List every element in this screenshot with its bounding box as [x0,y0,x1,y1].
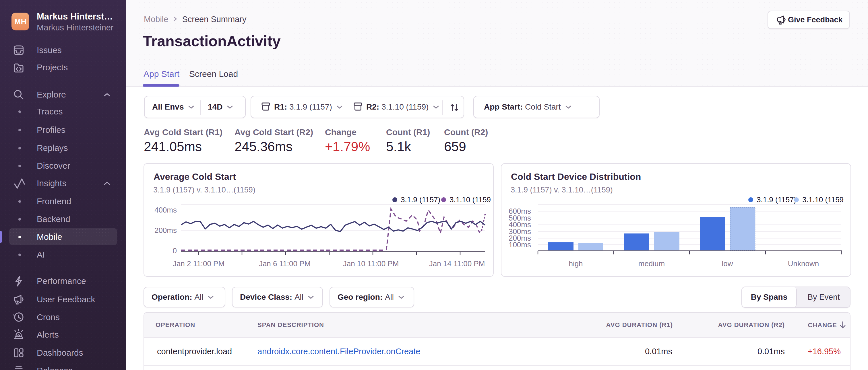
svg-text:400ms: 400ms [154,206,177,214]
svg-text:100ms: 100ms [508,240,531,249]
svg-text:Jan 6 11:00 PM: Jan 6 11:00 PM [259,259,311,268]
svg-text:medium: medium [639,259,665,268]
svg-text:Unknown: Unknown [788,259,819,268]
svg-text:Jan 10 11:00 PM: Jan 10 11:00 PM [343,259,399,268]
svg-text:Jan 14 11:00 PM: Jan 14 11:00 PM [429,259,485,268]
svg-text:low: low [722,259,733,268]
svg-text:0: 0 [173,246,177,255]
svg-text:Jan 2 11:00 PM: Jan 2 11:00 PM [173,259,224,268]
svg-text:200ms: 200ms [154,226,177,235]
svg-text:high: high [569,259,583,268]
